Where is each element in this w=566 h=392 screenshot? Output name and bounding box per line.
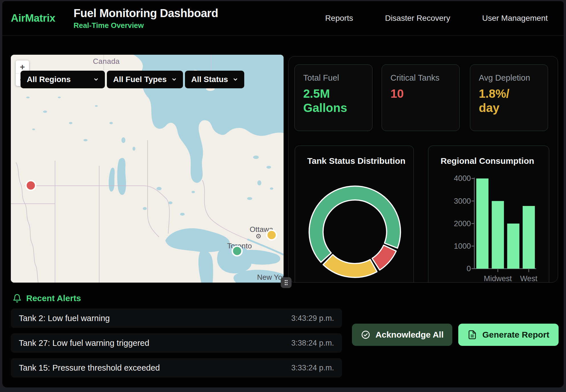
dashboard-window: AirMatrix Fuel Monitoring Dashboard Real… — [2, 1, 564, 387]
chevron-down-icon — [233, 77, 238, 82]
y-tick-label: 1000 — [454, 242, 471, 250]
map-marker-critical[interactable] — [26, 181, 36, 190]
alert-time: 3:43:29 p.m. — [291, 314, 334, 323]
chevron-down-icon — [172, 77, 177, 82]
nav-reports[interactable]: Reports — [325, 14, 353, 23]
tank-status-donut-chart — [295, 146, 414, 283]
map-filters: All Regions All Fuel Types All Status — [21, 71, 244, 88]
region-filter-value: All Regions — [27, 75, 71, 84]
donut-segment-warning — [323, 255, 377, 277]
alert-row[interactable]: Tank 27: Low fuel warning triggered 3:38… — [11, 333, 342, 353]
alert-message: Tank 27: Low fuel warning triggered — [19, 338, 149, 348]
fuel-type-filter-value: All Fuel Types — [113, 75, 167, 84]
report-document-icon — [467, 330, 477, 340]
map-label-canada: Canada — [93, 57, 120, 66]
nav-disaster-recovery[interactable]: Disaster Recovery — [385, 14, 450, 23]
alert-row[interactable]: Tank 15: Pressure threshold exceeded 3:3… — [11, 358, 342, 377]
stat-label: Total Fuel — [303, 73, 364, 83]
alert-time: 3:33:24 p.m. — [291, 364, 334, 372]
bar-region-3 — [507, 224, 520, 269]
bar-region-4 — [523, 206, 535, 269]
chevron-down-icon — [93, 77, 99, 82]
stat-label: Avg Depletion — [479, 73, 539, 83]
map-marker-normal[interactable] — [232, 246, 242, 256]
acknowledge-all-button[interactable]: Acknowledge All — [352, 324, 452, 346]
bell-icon — [13, 293, 22, 303]
page-title: Fuel Monitoring Dashboard — [74, 7, 218, 20]
status-filter-select[interactable]: All Status — [185, 71, 244, 88]
y-tick-label: 0 — [467, 264, 471, 273]
bar-region-2 — [492, 201, 504, 269]
alerts-header: Recent Alerts — [13, 293, 81, 303]
map-marker-warning[interactable] — [267, 230, 276, 240]
stat-card-avg-depletion: Avg Depletion 1.8%/ day — [470, 64, 548, 131]
map-resize-handle[interactable] — [281, 277, 292, 288]
donut-segment-critical — [372, 245, 396, 270]
alert-row[interactable]: Tank 2: Low fuel warning 3:43:29 p.m. — [11, 309, 342, 328]
fuel-type-filter-select[interactable]: All Fuel Types — [107, 71, 183, 88]
ottawa-town-dot — [258, 236, 259, 237]
page-subtitle: Real-Time Overview — [74, 21, 218, 30]
alert-message: Tank 2: Low fuel warning — [19, 314, 110, 323]
nav-user-management[interactable]: User Management — [482, 14, 548, 23]
stat-label: Critical Tanks — [390, 73, 451, 83]
y-tick-label: 4000 — [454, 174, 471, 183]
main-nav: Reports Disaster Recovery User Managemen… — [325, 14, 564, 23]
status-filter-value: All Status — [191, 75, 228, 84]
drag-dots-icon — [284, 279, 288, 286]
regional-consumption-chart-card: Regional Consumption 01000200030004000Mi… — [428, 146, 549, 283]
alerts-title: Recent Alerts — [26, 293, 81, 303]
tank-map[interactable]: Canada Ottawa Toronto New York + − All R… — [11, 55, 284, 283]
check-circle-icon — [361, 330, 370, 340]
brand-logo[interactable]: AirMatrix — [11, 12, 55, 24]
tank-status-chart-card: Tank Status Distribution — [295, 146, 414, 283]
x-tick-label: West — [520, 274, 538, 283]
acknowledge-all-label: Acknowledge All — [376, 330, 444, 340]
alert-time: 3:38:24 p.m. — [291, 339, 334, 348]
stat-value: 10 — [390, 87, 451, 101]
header: AirMatrix Fuel Monitoring Dashboard Real… — [2, 1, 564, 36]
alert-message: Tank 15: Pressure threshold exceeded — [19, 363, 160, 373]
y-tick-label: 3000 — [454, 197, 471, 205]
stat-card-total-fuel: Total Fuel 2.5M Gallons — [294, 64, 372, 131]
map-label-new-york: New York — [257, 273, 284, 281]
stat-card-critical-tanks: Critical Tanks 10 — [382, 64, 460, 131]
map-basemap: Canada Ottawa Toronto New York — [11, 55, 284, 283]
generate-report-label: Generate Report — [482, 330, 549, 340]
metrics-panel: Total Fuel 2.5M Gallons Critical Tanks 1… — [288, 56, 558, 283]
generate-report-button[interactable]: Generate Report — [458, 324, 559, 346]
y-tick-label: 2000 — [454, 219, 471, 228]
x-tick-label: Midwest — [484, 274, 512, 283]
bar-region-1 — [476, 178, 488, 268]
regional-consumption-bar-chart: 01000200030004000MidwestWest — [428, 146, 549, 283]
title-block: Fuel Monitoring Dashboard Real-Time Over… — [74, 7, 218, 30]
stat-value: 2.5M Gallons — [303, 87, 364, 115]
region-filter-select[interactable]: All Regions — [21, 71, 105, 88]
stat-value: 1.8%/ day — [479, 87, 539, 115]
